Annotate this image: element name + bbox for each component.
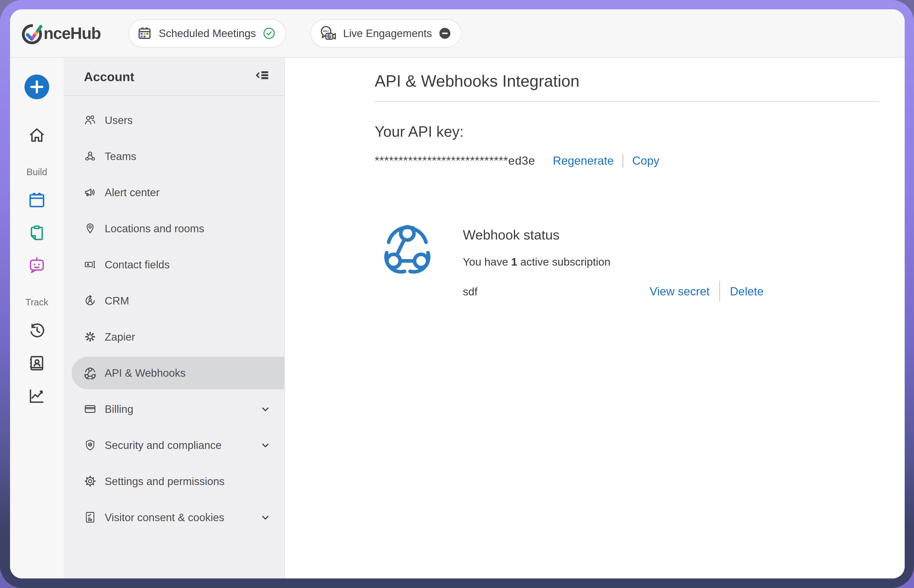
- rail-item-chatbot[interactable]: [27, 255, 47, 276]
- webhook-name: sdf: [463, 285, 478, 298]
- webhook-status-text: You have 1 active subscription: [463, 255, 763, 269]
- api-key-value: ****************************ed3e: [375, 153, 535, 169]
- check-circle-icon: [263, 27, 275, 40]
- rail-item-home[interactable]: [27, 125, 47, 145]
- api-key-row: ****************************ed3e Regener…: [375, 153, 905, 169]
- collapse-sidebar-icon[interactable]: [253, 68, 271, 85]
- rail-section-track: Track: [26, 297, 49, 307]
- delete-link[interactable]: Delete: [730, 285, 763, 298]
- window-frame: nceHub Scheduled Meetings: [0, 0, 914, 588]
- chatbot-icon: [27, 256, 47, 275]
- account-sidebar: Account: [64, 58, 285, 578]
- page-title: API & Webhooks Integration: [375, 70, 905, 92]
- logo-wordmark: nceHub: [44, 24, 101, 43]
- sidebar-item-alert-center[interactable]: Alert center: [64, 174, 284, 210]
- product-label: Scheduled Meetings: [159, 27, 256, 40]
- webhook-section: Webhook status You have 1 active subscri…: [375, 220, 905, 302]
- app-logo: nceHub: [21, 21, 101, 45]
- sidebar-item-zapier[interactable]: Zapier: [64, 319, 284, 355]
- sidebar-menu: Users Teams: [64, 96, 284, 535]
- sidebar-title: Account: [84, 69, 253, 84]
- history-clock-icon: [27, 321, 47, 340]
- rail-item-activity[interactable]: [27, 321, 47, 341]
- contact-fields-icon: [83, 258, 97, 271]
- app-window: nceHub Scheduled Meetings: [10, 9, 905, 578]
- view-secret-link[interactable]: View secret: [650, 285, 710, 298]
- contacts-book-icon: [27, 354, 47, 373]
- link-separator: [719, 281, 720, 302]
- teams-icon: [83, 150, 97, 163]
- sidebar-item-security-and-compliance[interactable]: Security and compliance: [64, 427, 284, 463]
- users-icon: [83, 113, 97, 127]
- sidebar-item-users[interactable]: Users: [64, 102, 284, 138]
- shield-check-icon: [83, 438, 97, 452]
- clipboard-icon: [27, 223, 47, 243]
- sidebar-item-visitor-consent[interactable]: Visitor consent & cookies: [64, 499, 284, 535]
- product-live-engagements[interactable]: Live Engagements: [310, 19, 462, 47]
- webhook-status-heading: Webhook status: [463, 226, 763, 244]
- sidebar-item-locations-and-rooms[interactable]: Locations and rooms: [64, 210, 284, 247]
- api-key-heading: Your API key:: [375, 122, 905, 141]
- sidebar-header: Account: [64, 58, 284, 96]
- oncehub-logo-icon: [21, 21, 45, 45]
- copy-link[interactable]: Copy: [632, 153, 660, 169]
- top-bar: nceHub Scheduled Meetings: [10, 9, 905, 58]
- consent-document-icon: [83, 510, 97, 524]
- active-subscription-count: 1: [511, 255, 517, 268]
- calendar-icon: [137, 26, 152, 41]
- line-chart-icon: [27, 386, 47, 405]
- live-engagements-icon: [319, 25, 337, 42]
- chevron-down-icon[interactable]: [260, 404, 271, 414]
- rail-section-build: Build: [27, 167, 47, 177]
- webhook-icon: [83, 366, 97, 380]
- create-new-button[interactable]: [24, 74, 49, 99]
- title-divider: [375, 101, 878, 102]
- main-content: API & Webhooks Integration Your API key:…: [285, 58, 905, 578]
- credit-card-icon: [83, 402, 97, 415]
- product-scheduled-meetings[interactable]: Scheduled Meetings: [128, 19, 286, 47]
- sidebar-item-crm[interactable]: CRM: [64, 283, 284, 319]
- chevron-down-icon[interactable]: [260, 440, 271, 451]
- booking-calendar-icon: [27, 191, 47, 210]
- rail-item-contacts[interactable]: [27, 353, 47, 373]
- sidebar-item-billing[interactable]: Billing: [64, 391, 284, 427]
- sidebar-item-api-webhooks[interactable]: API & Webhooks: [64, 355, 284, 391]
- chevron-down-icon[interactable]: [260, 512, 271, 523]
- megaphone-icon: [83, 186, 97, 199]
- rail-item-analytics[interactable]: [27, 386, 47, 406]
- crm-icon: [83, 294, 97, 307]
- webhook-status-icon: [380, 220, 435, 275]
- rail-item-booking-pages[interactable]: [27, 223, 47, 243]
- map-pin-icon: [83, 222, 97, 235]
- left-rail: Build: [10, 58, 64, 578]
- minus-circle-icon[interactable]: [439, 27, 451, 40]
- rail-item-booking-calendar[interactable]: [27, 190, 47, 210]
- regenerate-link[interactable]: Regenerate: [553, 153, 614, 169]
- gear-icon: [83, 475, 97, 488]
- home-icon: [27, 126, 47, 145]
- zapier-icon: [83, 330, 97, 343]
- product-label: Live Engagements: [343, 27, 432, 40]
- sidebar-item-settings-and-permissions[interactable]: Settings and permissions: [64, 463, 284, 499]
- sidebar-item-teams[interactable]: Teams: [64, 138, 284, 174]
- sidebar-item-contact-fields[interactable]: Contact fields: [64, 247, 284, 283]
- link-separator: [622, 154, 623, 168]
